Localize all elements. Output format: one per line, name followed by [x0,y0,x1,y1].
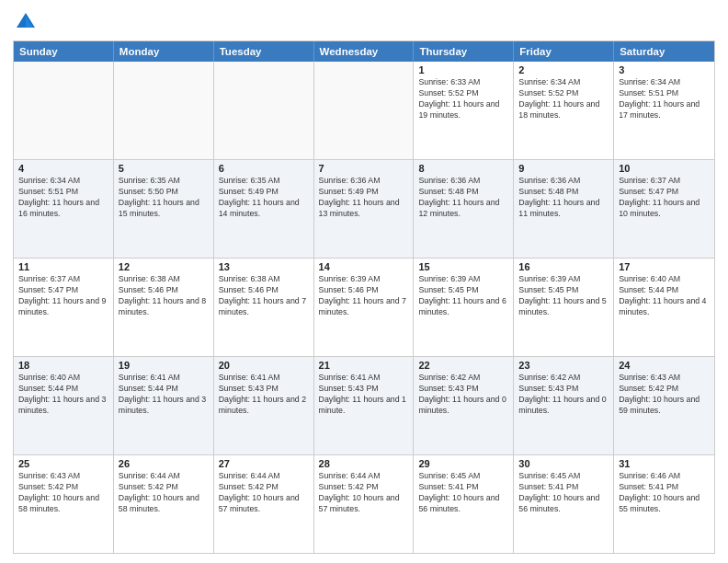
day-info: Sunrise: 6:46 AM Sunset: 5:41 PM Dayligh… [619,471,710,515]
day-cell-19: 19Sunrise: 6:41 AM Sunset: 5:44 PM Dayli… [114,357,214,454]
day-cell-13: 13Sunrise: 6:38 AM Sunset: 5:46 PM Dayli… [214,259,314,356]
day-number: 9 [518,163,609,174]
day-number: 1 [418,64,508,75]
logo-icon [13,9,39,35]
day-info: Sunrise: 6:35 AM Sunset: 5:50 PM Dayligh… [119,176,209,220]
day-info: Sunrise: 6:39 AM Sunset: 5:45 PM Dayligh… [518,274,609,318]
day-info: Sunrise: 6:33 AM Sunset: 5:52 PM Dayligh… [418,77,508,121]
day-cell-21: 21Sunrise: 6:41 AM Sunset: 5:43 PM Dayli… [314,357,415,454]
day-number: 18 [18,360,108,371]
day-info: Sunrise: 6:36 AM Sunset: 5:48 PM Dayligh… [418,176,508,220]
day-number: 10 [619,163,710,174]
empty-cell [14,62,114,159]
day-number: 7 [319,163,409,174]
day-cell-15: 15Sunrise: 6:39 AM Sunset: 5:45 PM Dayli… [414,259,514,356]
empty-cell [114,62,214,159]
day-cell-20: 20Sunrise: 6:41 AM Sunset: 5:43 PM Dayli… [214,357,314,454]
day-cell-27: 27Sunrise: 6:44 AM Sunset: 5:42 PM Dayli… [214,455,314,553]
day-cell-11: 11Sunrise: 6:37 AM Sunset: 5:47 PM Dayli… [14,259,114,356]
day-info: Sunrise: 6:44 AM Sunset: 5:42 PM Dayligh… [219,471,309,515]
day-cell-29: 29Sunrise: 6:45 AM Sunset: 5:41 PM Dayli… [414,455,514,553]
weekday-header-tuesday: Tuesday [214,41,314,62]
calendar-row-2: 4Sunrise: 6:34 AM Sunset: 5:51 PM Daylig… [14,159,714,258]
calendar-row-3: 11Sunrise: 6:37 AM Sunset: 5:47 PM Dayli… [14,258,714,356]
day-number: 12 [119,261,209,272]
day-cell-9: 9Sunrise: 6:36 AM Sunset: 5:48 PM Daylig… [514,160,614,258]
weekday-header-monday: Monday [114,41,214,62]
day-number: 15 [418,261,508,272]
day-cell-31: 31Sunrise: 6:46 AM Sunset: 5:41 PM Dayli… [614,455,714,553]
day-info: Sunrise: 6:43 AM Sunset: 5:42 PM Dayligh… [18,471,108,515]
calendar-row-4: 18Sunrise: 6:40 AM Sunset: 5:44 PM Dayli… [14,356,714,454]
day-number: 25 [18,458,108,469]
weekday-header-saturday: Saturday [614,41,714,62]
day-number: 14 [319,261,409,272]
day-cell-26: 26Sunrise: 6:44 AM Sunset: 5:42 PM Dayli… [114,455,214,553]
calendar-body: 1Sunrise: 6:33 AM Sunset: 5:52 PM Daylig… [14,62,714,553]
day-number: 21 [319,360,409,371]
day-info: Sunrise: 6:38 AM Sunset: 5:46 PM Dayligh… [119,274,209,318]
day-number: 19 [119,360,209,371]
day-cell-4: 4Sunrise: 6:34 AM Sunset: 5:51 PM Daylig… [14,160,114,258]
day-number: 11 [18,261,108,272]
day-info: Sunrise: 6:42 AM Sunset: 5:43 PM Dayligh… [518,373,609,417]
day-number: 31 [619,458,710,469]
day-number: 28 [319,458,409,469]
day-info: Sunrise: 6:39 AM Sunset: 5:46 PM Dayligh… [319,274,409,318]
day-number: 20 [219,360,309,371]
day-info: Sunrise: 6:34 AM Sunset: 5:51 PM Dayligh… [619,77,710,121]
day-cell-8: 8Sunrise: 6:36 AM Sunset: 5:48 PM Daylig… [414,160,514,258]
day-info: Sunrise: 6:36 AM Sunset: 5:48 PM Dayligh… [518,176,609,220]
day-cell-7: 7Sunrise: 6:36 AM Sunset: 5:49 PM Daylig… [314,160,415,258]
header [13,9,715,35]
calendar-row-1: 1Sunrise: 6:33 AM Sunset: 5:52 PM Daylig… [14,62,714,159]
day-info: Sunrise: 6:35 AM Sunset: 5:49 PM Dayligh… [219,176,309,220]
day-info: Sunrise: 6:44 AM Sunset: 5:42 PM Dayligh… [319,471,409,515]
weekday-header-sunday: Sunday [14,41,114,62]
day-info: Sunrise: 6:36 AM Sunset: 5:49 PM Dayligh… [319,176,409,220]
day-cell-22: 22Sunrise: 6:42 AM Sunset: 5:43 PM Dayli… [414,357,514,454]
day-number: 29 [418,458,508,469]
day-cell-6: 6Sunrise: 6:35 AM Sunset: 5:49 PM Daylig… [214,160,314,258]
calendar-header: SundayMondayTuesdayWednesdayThursdayFrid… [14,41,714,62]
day-info: Sunrise: 6:44 AM Sunset: 5:42 PM Dayligh… [119,471,209,515]
day-cell-30: 30Sunrise: 6:45 AM Sunset: 5:41 PM Dayli… [514,455,614,553]
day-cell-10: 10Sunrise: 6:37 AM Sunset: 5:47 PM Dayli… [614,160,714,258]
day-number: 30 [518,458,609,469]
day-info: Sunrise: 6:42 AM Sunset: 5:43 PM Dayligh… [418,373,508,417]
calendar-row-5: 25Sunrise: 6:43 AM Sunset: 5:42 PM Dayli… [14,454,714,553]
page: SundayMondayTuesdayWednesdayThursdayFrid… [0,0,728,563]
day-number: 13 [219,261,309,272]
day-cell-5: 5Sunrise: 6:35 AM Sunset: 5:50 PM Daylig… [114,160,214,258]
day-number: 3 [619,64,710,75]
day-number: 8 [418,163,508,174]
day-cell-24: 24Sunrise: 6:43 AM Sunset: 5:42 PM Dayli… [614,357,714,454]
weekday-header-friday: Friday [514,41,614,62]
day-number: 22 [418,360,508,371]
day-info: Sunrise: 6:43 AM Sunset: 5:42 PM Dayligh… [619,373,710,417]
day-info: Sunrise: 6:41 AM Sunset: 5:43 PM Dayligh… [319,373,409,417]
day-info: Sunrise: 6:41 AM Sunset: 5:43 PM Dayligh… [219,373,309,417]
day-number: 4 [18,163,108,174]
day-number: 6 [219,163,309,174]
day-info: Sunrise: 6:34 AM Sunset: 5:51 PM Dayligh… [18,176,108,220]
day-info: Sunrise: 6:38 AM Sunset: 5:46 PM Dayligh… [219,274,309,318]
day-number: 2 [518,64,609,75]
day-cell-3: 3Sunrise: 6:34 AM Sunset: 5:51 PM Daylig… [614,62,714,159]
calendar: SundayMondayTuesdayWednesdayThursdayFrid… [13,40,715,554]
day-info: Sunrise: 6:37 AM Sunset: 5:47 PM Dayligh… [619,176,710,220]
day-info: Sunrise: 6:41 AM Sunset: 5:44 PM Dayligh… [119,373,209,417]
day-info: Sunrise: 6:39 AM Sunset: 5:45 PM Dayligh… [418,274,508,318]
day-cell-12: 12Sunrise: 6:38 AM Sunset: 5:46 PM Dayli… [114,259,214,356]
day-cell-1: 1Sunrise: 6:33 AM Sunset: 5:52 PM Daylig… [414,62,514,159]
day-info: Sunrise: 6:37 AM Sunset: 5:47 PM Dayligh… [18,274,108,318]
day-cell-23: 23Sunrise: 6:42 AM Sunset: 5:43 PM Dayli… [514,357,614,454]
day-cell-16: 16Sunrise: 6:39 AM Sunset: 5:45 PM Dayli… [514,259,614,356]
day-cell-17: 17Sunrise: 6:40 AM Sunset: 5:44 PM Dayli… [614,259,714,356]
day-cell-18: 18Sunrise: 6:40 AM Sunset: 5:44 PM Dayli… [14,357,114,454]
day-info: Sunrise: 6:40 AM Sunset: 5:44 PM Dayligh… [18,373,108,417]
day-info: Sunrise: 6:34 AM Sunset: 5:52 PM Dayligh… [518,77,609,121]
weekday-header-wednesday: Wednesday [314,41,415,62]
day-number: 27 [219,458,309,469]
logo [13,9,42,35]
